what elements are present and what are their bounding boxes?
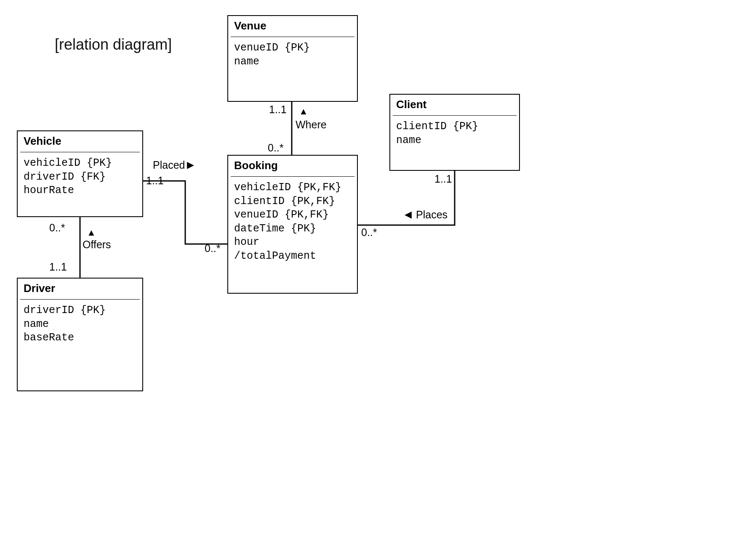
- label-places: Places: [416, 209, 448, 221]
- entity-driver: Driver driverID {PK} name baseRate: [17, 278, 143, 391]
- mult-placed-vehicle: 1..1: [146, 175, 164, 187]
- entity-client-title: Client: [390, 95, 519, 115]
- mult-where-venue: 1..1: [269, 104, 287, 116]
- entity-vehicle-title: Vehicle: [18, 131, 142, 152]
- entity-vehicle: Vehicle vehicleID {PK} driverID {FK} hou…: [17, 130, 143, 217]
- entity-driver-title: Driver: [18, 279, 142, 299]
- diagram-canvas: [relation diagram] Venue venueID {PK} na…: [0, 0, 738, 560]
- label-offers: Offers: [83, 239, 111, 251]
- mult-offers-vehicle: 0..*: [49, 222, 65, 234]
- entity-venue: Venue venueID {PK} name: [227, 15, 358, 102]
- entity-venue-attrs: venueID {PK} name: [228, 37, 357, 73]
- arrow-places-icon: ◀: [405, 209, 412, 220]
- mult-where-booking: 0..*: [268, 142, 284, 154]
- arrow-placed-icon: ▶: [187, 159, 194, 170]
- entity-booking: Booking vehicleID {PK,FK} clientID {PK,F…: [227, 155, 358, 294]
- arrow-offers-icon: ▲: [87, 227, 96, 238]
- mult-places-booking: 0..*: [361, 226, 377, 239]
- entity-venue-title: Venue: [228, 16, 357, 37]
- entity-booking-title: Booking: [228, 156, 357, 176]
- mult-offers-driver: 1..1: [49, 261, 67, 273]
- diagram-title: [relation diagram]: [55, 36, 172, 53]
- mult-places-client: 1..1: [434, 173, 452, 185]
- entity-booking-attrs: vehicleID {PK,FK} clientID {PK,FK} venue…: [228, 177, 357, 267]
- entity-client: Client clientID {PK} name: [389, 94, 520, 171]
- label-where: Where: [296, 119, 327, 131]
- entity-vehicle-attrs: vehicleID {PK} driverID {FK} hourRate: [18, 152, 142, 202]
- entity-client-attrs: clientID {PK} name: [390, 116, 519, 151]
- entity-driver-attrs: driverID {PK} name baseRate: [18, 300, 142, 349]
- arrow-where-icon: ▲: [299, 106, 308, 117]
- mult-placed-booking: 0..*: [205, 242, 221, 255]
- label-placed: Placed: [153, 159, 185, 171]
